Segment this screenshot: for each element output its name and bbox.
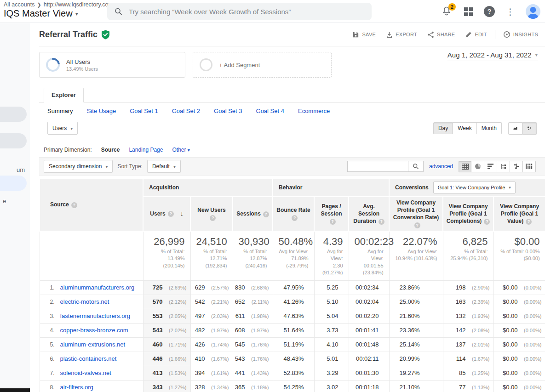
line-chart-button[interactable] (508, 122, 522, 135)
performance-view-button[interactable] (484, 161, 497, 172)
source-link[interactable]: copper-brass-bronze.com (60, 327, 128, 334)
help-icon[interactable]: ? (263, 211, 269, 217)
motion-chart-button[interactable] (522, 122, 537, 135)
export-button[interactable]: EXPORT (382, 28, 421, 41)
column-header-bounce-rate[interactable]: Bounce Rate? (273, 197, 314, 231)
source-link[interactable]: air-filters.org (60, 384, 93, 391)
nav-item-pill[interactable] (0, 107, 27, 122)
group-header-acquisition: Acquisition (143, 178, 273, 197)
percentage-view-button[interactable] (471, 161, 484, 172)
nav-item-pill[interactable] (0, 133, 27, 148)
sort-type-dropdown[interactable]: Default ▾ (147, 160, 181, 173)
table-body: 1.aluminummanufacturers.org725(2.69%)629… (40, 280, 545, 392)
source-link[interactable]: solenoid-valves.net (60, 369, 111, 376)
column-header-goal-completions[interactable]: View Company Profile (Goal 1 Completions… (443, 197, 493, 231)
breadcrumb-all-accounts[interactable]: All accounts (4, 1, 34, 8)
dimension-source[interactable]: Source (101, 147, 120, 153)
apps-grid-icon[interactable] (464, 7, 473, 16)
users-cell: 725(2.69%) (143, 280, 190, 295)
granularity-week-button[interactable]: Week (453, 122, 476, 134)
row-rank: 3. (40, 313, 55, 319)
column-header-goal-value[interactable]: View Company Profile (Goal 1 Value)? (493, 197, 545, 231)
report-table: Source? Acquisition Behavior Conversions (39, 178, 545, 392)
breadcrumb-account-url[interactable]: http://www.iqsdirectory.com (44, 1, 113, 8)
bounce-rate-cell: 52.83% (273, 366, 314, 380)
add-segment-button[interactable]: + Add Segment (193, 52, 332, 78)
subtab-goal-set-2[interactable]: Goal Set 2 (172, 108, 200, 114)
goal-selector-dropdown[interactable]: Goal 1: View Company Profile ▾ (433, 182, 516, 193)
breadcrumb[interactable]: All accounts ❯ http://www.iqsdirectory.c… (4, 1, 113, 8)
view-selector[interactable]: IQS Master View ▾ (4, 8, 113, 19)
value-cell: $0.00(0.00%) (493, 323, 545, 337)
secondary-dimension-dropdown[interactable]: Secondary dimension ▾ (44, 160, 113, 173)
pivot-view-button[interactable] (523, 161, 536, 172)
insights-button[interactable]: INSIGHTS (499, 28, 542, 41)
column-header-goal-conversion-rate[interactable]: View Company Profile (Goal 1 Conversion … (389, 197, 443, 231)
primary-dimension-row: Primary Dimension: Source Landing Page O… (39, 147, 545, 153)
dimension-landing-page[interactable]: Landing Page (129, 147, 163, 153)
nav-item-pill-active[interactable] (0, 176, 27, 191)
dimension-other[interactable]: Other ▾ (172, 147, 189, 153)
chart-type-toggle (508, 122, 537, 135)
row-rank: 8. (40, 384, 55, 391)
save-icon (352, 31, 359, 38)
help-icon[interactable]: ? (484, 219, 490, 225)
source-link[interactable]: electric-motors.net (60, 298, 109, 305)
value-cell: $0.00(0.00%) (493, 309, 545, 323)
tab-explorer[interactable]: Explorer (44, 88, 84, 102)
help-icon[interactable]: ? (71, 202, 77, 208)
data-table-view-button[interactable] (459, 161, 471, 172)
granularity-day-button[interactable]: Day (433, 122, 453, 134)
verified-shield-icon (101, 30, 110, 40)
edit-button[interactable]: EDIT (461, 28, 491, 41)
subtab-goal-set-3[interactable]: Goal Set 3 (214, 108, 242, 114)
notifications-button[interactable]: 2 (441, 6, 453, 17)
segment-all-users[interactable]: All Users 13.49% Users (39, 52, 185, 78)
term-cloud-view-button[interactable] (510, 161, 523, 172)
help-icon[interactable]: ? (414, 222, 420, 228)
metric-selector-dropdown[interactable]: Users ▾ (47, 122, 78, 135)
primary-dimension-label: Primary Dimension: (44, 147, 92, 153)
date-range-selector[interactable]: Aug 1, 2022 - Aug 31, 2022 ▾ (447, 51, 538, 61)
advanced-filter-link[interactable]: advanced (429, 163, 453, 170)
subtab-ecommerce[interactable]: Ecommerce (298, 108, 330, 114)
granularity-month-button[interactable]: Month (477, 122, 502, 134)
column-header-new-users[interactable]: New Users? (190, 197, 233, 231)
help-icon[interactable]: ? (379, 219, 384, 225)
source-link[interactable]: aluminummanufacturers.org (60, 284, 135, 291)
subtab-goal-set-1[interactable]: Goal Set 1 (130, 108, 158, 114)
subtab-goal-set-4[interactable]: Goal Set 4 (256, 108, 284, 114)
subtab-site-usage[interactable]: Site Usage (87, 108, 116, 114)
group-header-conversions: Conversions Goal 1: View Company Profile… (389, 178, 545, 197)
kebab-menu-icon[interactable]: ⋮ (506, 7, 515, 16)
tab-bar: Explorer (39, 88, 545, 102)
table-search-button[interactable] (408, 161, 424, 172)
column-header-sessions[interactable]: Sessions? (233, 197, 273, 231)
help-icon[interactable]: ? (330, 219, 336, 225)
granularity-toggle: Day Week Month (433, 122, 502, 134)
avg-duration-cell: 00:01:30 (349, 366, 389, 380)
source-link[interactable]: aluminum-extrusions.net (60, 341, 126, 348)
column-header-avg-session-duration[interactable]: Avg. Session Duration? (349, 197, 389, 231)
column-header-source[interactable]: Source? (40, 178, 143, 231)
table-search-input[interactable] (347, 161, 408, 172)
help-icon[interactable]: ? (210, 215, 216, 221)
help-icon[interactable]: ? (292, 215, 298, 221)
help-icon[interactable]: ? (484, 6, 495, 17)
share-button[interactable]: SHARE (423, 28, 459, 41)
comparison-view-button[interactable] (497, 161, 510, 172)
column-header-pages-session[interactable]: Pages / Session? (314, 197, 349, 231)
source-link[interactable]: plastic-containers.net (60, 355, 117, 362)
avatar[interactable] (526, 4, 540, 19)
bounce-rate-cell: 47.63% (273, 309, 314, 323)
global-search-bar[interactable] (107, 3, 372, 20)
help-icon[interactable]: ? (168, 211, 174, 217)
totals-pages-session-cell: 4.39 Avg for View: 2.30 (91.27%) (314, 231, 349, 280)
source-link[interactable]: fastenermanufacturers.org (60, 312, 130, 319)
save-button[interactable]: SAVE (348, 28, 380, 41)
column-header-users[interactable]: Users?↓ (143, 197, 190, 231)
subtab-summary[interactable]: Summary (47, 108, 73, 114)
global-search-input[interactable] (129, 8, 364, 16)
metric-row: Users ▾ Day Week Month (39, 122, 545, 135)
help-icon[interactable]: ? (526, 219, 532, 225)
